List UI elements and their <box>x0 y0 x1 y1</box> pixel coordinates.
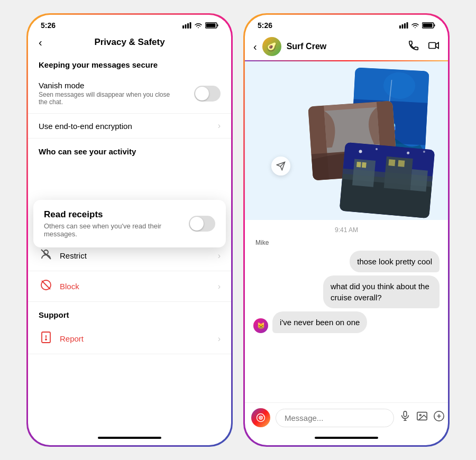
incoming-avatar: 😸 <box>253 318 268 333</box>
svg-rect-51 <box>404 411 407 417</box>
time-left: 5:26 <box>41 21 56 30</box>
report-title: Report <box>60 334 84 343</box>
battery-icon <box>205 22 218 29</box>
right-phone: 5:26 <box>243 13 450 447</box>
svg-rect-3 <box>190 22 191 29</box>
block-item[interactable]: Block › <box>28 271 231 302</box>
svg-point-55 <box>419 415 421 416</box>
svg-point-13 <box>45 339 47 340</box>
e2e-chevron: › <box>218 121 221 131</box>
home-indicator-left <box>98 437 161 439</box>
tooltip-subtitle: Others can see when you've read their me… <box>44 222 189 238</box>
restrict-title: Restrict <box>60 251 87 260</box>
svg-line-8 <box>41 250 51 259</box>
add-icon[interactable] <box>433 410 445 425</box>
message-row-3: 😸 i've never been on one <box>253 311 440 333</box>
vanish-mode-item[interactable]: Vanish mode Seen messages will disappear… <box>28 73 231 114</box>
status-icons-right <box>399 22 435 29</box>
status-icons-left <box>182 22 218 29</box>
read-receipts-tooltip: Read receipts Others can see when you've… <box>33 200 226 247</box>
back-button-left[interactable]: ‹ <box>39 36 42 49</box>
svg-rect-14 <box>399 25 401 29</box>
settings-content: Keeping your messages secure Vanish mode… <box>28 52 231 433</box>
nav-bar-left: ‹ Privacy & Safety <box>28 33 231 52</box>
wifi-icon-right <box>411 22 419 29</box>
message-bubble-3: i've never been on one <box>272 311 367 333</box>
restrict-chevron: › <box>218 251 221 261</box>
chat-action-buttons <box>408 40 440 54</box>
svg-rect-41 <box>398 160 405 167</box>
e2e-item[interactable]: Use end-to-end encryption › <box>28 114 231 139</box>
camera-button[interactable] <box>251 408 270 427</box>
chat-avatar: 🥑 <box>262 37 281 56</box>
block-chevron: › <box>218 282 221 291</box>
vanish-mode-subtitle: Seen messages will disappear when you cl… <box>39 91 176 106</box>
tooltip-title: Read receipts <box>44 209 189 220</box>
e2e-title: Use end-to-end encryption <box>39 122 132 131</box>
message-input[interactable] <box>276 409 394 427</box>
message-bubble-2: what did you think about the cruise over… <box>323 275 440 308</box>
time-right: 5:26 <box>258 21 272 30</box>
svg-rect-0 <box>182 25 184 29</box>
home-indicator-right <box>315 437 378 439</box>
svg-point-49 <box>260 417 262 419</box>
section-header-activity: Who can see your activity <box>28 139 231 160</box>
avatar-emoji: 🥑 <box>267 42 277 52</box>
report-item[interactable]: Report › <box>28 324 231 354</box>
svg-rect-5 <box>217 24 218 26</box>
report-chevron: › <box>218 334 221 344</box>
message-row-1: those look pretty cool <box>253 251 440 272</box>
signal-icon <box>182 22 191 29</box>
svg-rect-37 <box>356 162 361 168</box>
svg-rect-20 <box>423 24 433 27</box>
read-receipts-toggle[interactable] <box>189 216 215 232</box>
svg-rect-17 <box>407 22 408 29</box>
image-upload-icon[interactable] <box>416 410 428 425</box>
svg-line-10 <box>42 281 50 289</box>
wifi-icon <box>194 22 203 29</box>
chat-messages: 9:41 AM Mike those look pretty cool what… <box>245 220 448 402</box>
svg-rect-2 <box>187 23 189 29</box>
report-icon <box>39 331 53 346</box>
chat-timestamp: 9:41 AM <box>253 226 440 234</box>
message-bubble-1: those look pretty cool <box>350 251 440 272</box>
section-header-support: Support <box>28 302 231 324</box>
sender-name-mike: Mike <box>255 239 440 246</box>
chat-group-name: Surf Crew <box>287 42 408 51</box>
svg-rect-6 <box>206 24 216 27</box>
chat-body: 9:41 AM Mike those look pretty cool what… <box>245 220 448 433</box>
message-row-2: what did you think about the cruise over… <box>253 275 440 308</box>
chat-back-button[interactable]: ‹ <box>253 41 257 53</box>
svg-rect-21 <box>429 42 436 48</box>
chat-header: ‹ 🥑 Surf Crew <box>245 33 448 61</box>
svg-point-50 <box>263 416 264 417</box>
mic-icon[interactable] <box>399 410 411 425</box>
battery-icon-right <box>422 22 435 29</box>
vanish-mode-title: Vanish mode <box>39 81 194 90</box>
svg-rect-15 <box>402 24 404 29</box>
svg-rect-38 <box>362 162 367 168</box>
left-phone: 5:26 <box>26 13 233 447</box>
vanish-mode-left: Vanish mode Seen messages will disappear… <box>39 81 194 106</box>
status-bar-right: 5:26 <box>245 15 448 33</box>
chat-input-bar <box>245 402 448 433</box>
svg-rect-16 <box>404 23 406 29</box>
send-icon-overlay <box>271 157 290 176</box>
photo-collage <box>245 61 448 220</box>
page-title-left: Privacy & Safety <box>94 37 164 48</box>
video-icon[interactable] <box>428 40 440 54</box>
svg-rect-40 <box>388 159 395 166</box>
svg-rect-42 <box>410 169 428 191</box>
status-bar-left: 5:26 <box>28 15 231 33</box>
block-icon <box>39 279 53 294</box>
tooltip-content: Read receipts Others can see when you've… <box>44 209 189 238</box>
svg-rect-19 <box>434 24 435 26</box>
section-header-secure: Keeping your messages secure <box>28 52 231 73</box>
restrict-icon <box>39 248 53 263</box>
vanish-mode-toggle[interactable] <box>194 86 221 102</box>
block-title: Block <box>60 282 79 291</box>
call-icon[interactable] <box>408 40 419 54</box>
signal-icon-right <box>399 22 408 29</box>
svg-rect-1 <box>185 24 187 29</box>
night-photo <box>340 142 435 218</box>
